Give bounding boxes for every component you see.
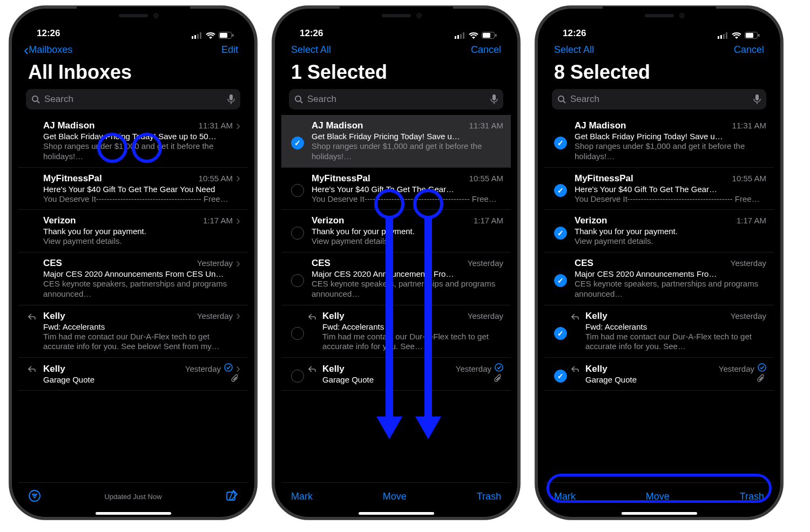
email-preview: Tim had me contact our Dur-A-Flex tech t… <box>585 332 766 352</box>
search-input[interactable] <box>570 94 749 105</box>
email-sender: Kelly <box>585 311 608 322</box>
search-bar[interactable] <box>26 89 240 110</box>
email-sender: Verizon <box>43 215 76 226</box>
move-button[interactable]: Move <box>646 491 670 502</box>
email-row[interactable]: Kelly Yesterday › Garage Quote <box>18 358 248 391</box>
email-sender: MyFitnessPal <box>575 173 633 184</box>
home-indicator[interactable] <box>96 512 171 515</box>
email-sender: MyFitnessPal <box>43 173 102 184</box>
page-title: All Inboxes <box>18 58 248 89</box>
compose-button[interactable] <box>225 489 238 504</box>
battery-icon <box>482 32 497 39</box>
svg-rect-29 <box>718 36 719 39</box>
search-icon <box>557 95 566 104</box>
home-indicator[interactable] <box>359 512 434 515</box>
status-time: 12:26 <box>300 28 323 39</box>
email-row[interactable]: AJ Madison 11:31 AM Get Black Friday Pri… <box>281 115 511 168</box>
search-icon <box>294 95 303 104</box>
email-row[interactable]: CES Yesterday › Major CES 2020 Announcem… <box>18 253 248 305</box>
email-subject: Here's Your $40 Gift To Get The Gear You… <box>43 185 240 194</box>
select-checkbox[interactable] <box>290 173 305 204</box>
email-sender: CES <box>312 258 330 269</box>
thread-indicator-icon <box>224 363 233 374</box>
select-checkbox[interactable] <box>290 363 305 385</box>
notch <box>603 6 716 25</box>
email-row[interactable]: MyFitnessPal 10:55 AM Here's Your $40 Gi… <box>544 168 774 210</box>
select-checkbox[interactable] <box>553 215 568 247</box>
email-row[interactable]: Kelly Yesterday Garage Quote <box>281 358 511 391</box>
nav-bar: Select All Cancel <box>544 41 774 58</box>
mic-icon[interactable] <box>490 94 498 104</box>
email-row[interactable]: MyFitnessPal 10:55 AM › Here's Your $40 … <box>18 168 248 210</box>
filter-button[interactable] <box>28 489 41 504</box>
chevron-right-icon: › <box>236 174 240 182</box>
reply-icon <box>571 311 579 352</box>
svg-rect-19 <box>460 34 462 39</box>
email-row[interactable]: Verizon 1:17 AM Thank you for your payme… <box>544 210 774 253</box>
edit-button[interactable]: Edit <box>221 44 238 56</box>
email-preview: Tim had me contact our Dur-A-Flex tech t… <box>322 332 503 352</box>
email-row[interactable]: CES Yesterday Major CES 2020 Announcemen… <box>281 253 511 305</box>
reply-icon <box>27 363 37 385</box>
search-input[interactable] <box>307 94 486 105</box>
select-checkbox[interactable] <box>290 258 305 299</box>
move-button[interactable]: Move <box>383 491 407 502</box>
email-row[interactable]: AJ Madison 11:31 AM Get Black Friday Pri… <box>544 115 774 168</box>
select-checkbox[interactable] <box>553 363 568 385</box>
search-input[interactable] <box>44 94 223 105</box>
email-list[interactable]: AJ Madison 11:31 AM › Get Black Friday P… <box>18 115 248 482</box>
email-subject: Get Black Friday Pricing Today! Save u… <box>312 132 503 141</box>
email-subject: Major CES 2020 Announcements From CES Un… <box>43 269 240 278</box>
email-preview: Shop ranges under $1,000 and get it befo… <box>312 141 503 162</box>
email-preview: You Deserve It--------------------------… <box>312 194 503 204</box>
email-preview: Shop ranges under $1,000 and get it befo… <box>575 141 766 162</box>
toolbar-status: Updated Just Now <box>18 493 248 501</box>
email-row[interactable]: Kelly Yesterday Garage Quote <box>544 358 774 391</box>
email-subject: Garage Quote <box>585 375 766 384</box>
home-indicator[interactable] <box>622 512 697 515</box>
email-time: 11:31 AM <box>469 121 503 130</box>
cancel-button[interactable]: Cancel <box>734 44 764 56</box>
trash-button[interactable]: Trash <box>477 491 501 502</box>
page-title: 1 Selected <box>281 58 511 89</box>
cancel-button[interactable]: Cancel <box>471 44 501 56</box>
email-row[interactable]: MyFitnessPal 10:55 AM Here's Your $40 Gi… <box>281 168 511 210</box>
email-row[interactable]: Verizon 1:17 AM Thank you for your payme… <box>281 210 511 253</box>
mic-icon[interactable] <box>227 94 235 104</box>
email-list[interactable]: AJ Madison 11:31 AM Get Black Friday Pri… <box>281 115 511 482</box>
mark-button[interactable]: Mark <box>291 491 313 502</box>
email-list[interactable]: AJ Madison 11:31 AM Get Black Friday Pri… <box>544 115 774 482</box>
mic-icon[interactable] <box>753 94 761 104</box>
select-checkbox[interactable] <box>553 311 568 352</box>
email-row[interactable]: Kelly Yesterday Fwd: Accelerants Tim had… <box>544 305 774 358</box>
email-row[interactable]: Kelly Yesterday Fwd: Accelerants Tim had… <box>281 305 511 358</box>
back-button[interactable]: ‹ Mailboxes <box>24 44 72 56</box>
back-label: Mailboxes <box>29 44 72 56</box>
phone-frame-1: 12:26 ‹ Mailboxes Edit All Inboxes <box>10 6 256 519</box>
email-preview: View payment details. <box>43 236 240 247</box>
email-row[interactable]: Verizon 1:17 AM › Thank you for your pay… <box>18 210 248 253</box>
svg-rect-20 <box>463 32 464 39</box>
select-checkbox[interactable] <box>290 120 305 162</box>
select-checkbox[interactable] <box>290 215 305 247</box>
email-subject: Garage Quote <box>322 375 503 384</box>
svg-rect-34 <box>746 33 753 38</box>
select-checkbox[interactable] <box>553 173 568 204</box>
email-time: Yesterday <box>719 364 754 373</box>
email-sender: Kelly <box>43 364 65 374</box>
email-row[interactable]: CES Yesterday Major CES 2020 Announcemen… <box>544 253 774 305</box>
select-checkbox[interactable] <box>553 120 568 162</box>
select-checkbox[interactable] <box>553 258 568 299</box>
wifi-icon <box>206 32 215 39</box>
nav-bar: ‹ Mailboxes Edit <box>18 41 248 58</box>
select-checkbox[interactable] <box>290 311 305 352</box>
select-all-button[interactable]: Select All <box>550 44 594 56</box>
trash-button[interactable]: Trash <box>740 491 764 502</box>
search-bar[interactable] <box>552 89 766 110</box>
mark-button[interactable]: Mark <box>554 491 576 502</box>
email-row[interactable]: Kelly Yesterday › Fwd: Accelerants Tim h… <box>18 305 248 358</box>
email-row[interactable]: AJ Madison 11:31 AM › Get Black Friday P… <box>18 115 248 168</box>
email-sender: AJ Madison <box>312 120 363 131</box>
select-all-button[interactable]: Select All <box>287 44 331 56</box>
search-bar[interactable] <box>289 89 503 110</box>
